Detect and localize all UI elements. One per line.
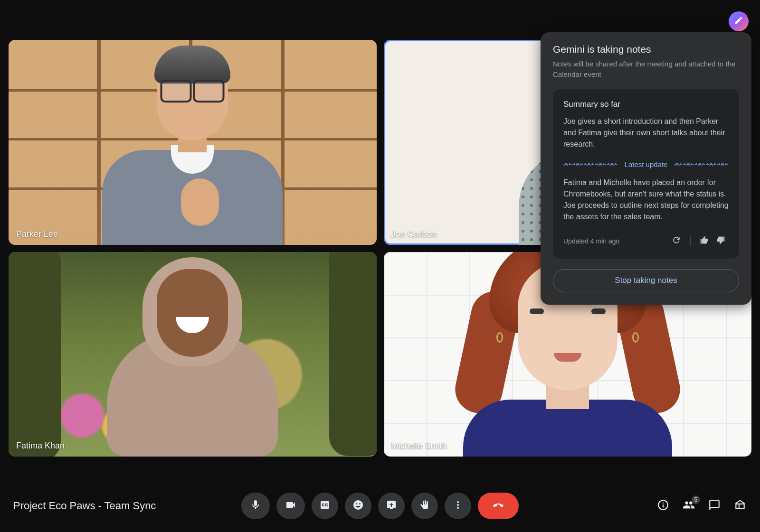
refresh-button[interactable]: [668, 233, 684, 249]
captions-button[interactable]: [312, 493, 338, 519]
panel-subtitle: Notes will be shared after the meeting a…: [553, 59, 739, 80]
activities-button[interactable]: [733, 499, 747, 513]
activities-icon: [734, 499, 746, 513]
stop-taking-notes-button[interactable]: Stop taking notes: [553, 269, 739, 292]
meeting-title: Project Eco Paws - Team Sync: [13, 500, 156, 512]
present-button[interactable]: [378, 493, 405, 519]
thumbs-down-button[interactable]: [712, 233, 729, 249]
summary-card: Summary so far Joe gives a short introdu…: [553, 89, 739, 259]
refresh-icon: [672, 235, 681, 247]
thumbs-up-icon: [700, 235, 709, 247]
participant-name: Parker Lee: [16, 229, 58, 239]
call-controls: [241, 493, 519, 519]
end-call-button[interactable]: [478, 493, 519, 519]
chat-button[interactable]: [708, 499, 721, 513]
thumbs-down-icon: [716, 235, 725, 247]
microphone-icon: [250, 499, 261, 513]
vertical-divider: [690, 236, 691, 246]
end-call-icon: [493, 499, 504, 513]
latest-update-text: Fatima and Michelle have placed an order…: [563, 177, 729, 223]
captions-icon: [319, 499, 331, 513]
thumbs-up-button[interactable]: [696, 233, 712, 249]
participant-tile[interactable]: Fatima Khan: [9, 252, 377, 457]
right-side-icons: 5: [656, 499, 747, 513]
present-screen-icon: [386, 499, 397, 513]
updated-timestamp: Updated 4 min ago: [563, 237, 668, 245]
gemini-fab[interactable]: [729, 11, 749, 31]
participant-name: Fatima Khan: [16, 441, 65, 451]
reactions-button[interactable]: [345, 493, 371, 519]
participant-name: Joe Carlson: [391, 229, 437, 239]
info-icon: [657, 499, 669, 513]
camera-icon: [285, 499, 296, 513]
more-vertical-icon: [452, 499, 464, 513]
camera-button[interactable]: [276, 493, 305, 519]
raise-hand-button[interactable]: [411, 493, 438, 519]
chat-icon: [708, 499, 721, 513]
panel-title: Gemini is taking notes: [553, 44, 739, 55]
raise-hand-icon: [419, 499, 430, 513]
bottom-bar: Project Eco Paws - Team Sync: [0, 480, 760, 532]
gemini-notes-panel: Gemini is taking notes Notes will be sha…: [541, 32, 751, 305]
participant-tile[interactable]: Parker Lee: [9, 40, 377, 245]
people-button[interactable]: 5: [682, 499, 695, 513]
summary-text: Joe gives a short introduction and then …: [563, 116, 729, 150]
meeting-details-button[interactable]: [656, 499, 670, 513]
pencil-spark-icon: [734, 16, 743, 27]
squiggle-divider: [674, 163, 729, 166]
latest-update-label: Latest update: [625, 160, 668, 168]
emoji-icon: [352, 499, 364, 513]
more-options-button[interactable]: [445, 493, 471, 519]
people-count-badge: 5: [692, 495, 700, 504]
summary-heading: Summary so far: [563, 100, 729, 109]
squiggle-divider: [563, 163, 618, 166]
microphone-button[interactable]: [241, 493, 270, 519]
participant-name: Michelle Smith: [391, 441, 447, 451]
